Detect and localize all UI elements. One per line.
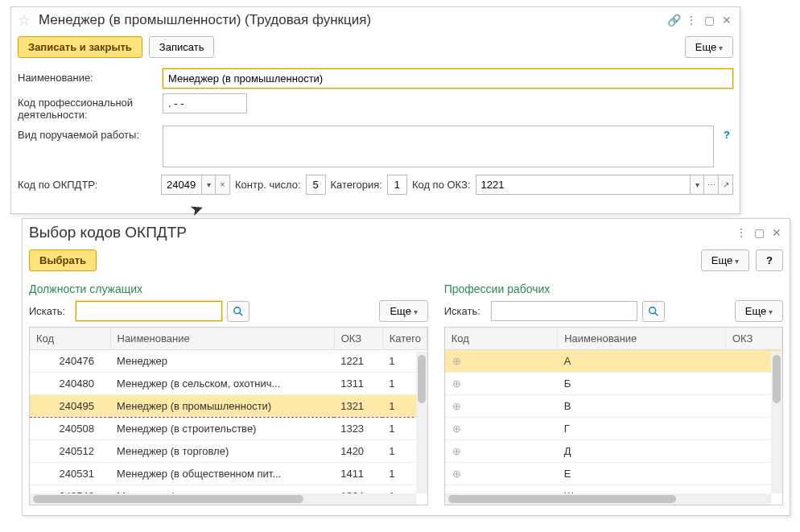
vertical-scrollbar[interactable] xyxy=(771,352,782,493)
search-icon[interactable] xyxy=(227,301,249,322)
table-row[interactable]: ⊕Г xyxy=(445,418,782,440)
table-row[interactable]: ⊕Е xyxy=(445,463,782,485)
table-row[interactable]: 240476Менеджер12211 xyxy=(30,350,427,373)
cell-code xyxy=(469,373,558,395)
check-num-label: Контр. число: xyxy=(235,179,301,191)
cell-code: 240512 xyxy=(30,440,110,463)
work-type-row: Вид поручаемой работы: ? xyxy=(11,123,740,170)
expand-icon[interactable]: ⊕ xyxy=(445,373,469,395)
col-code[interactable]: Код xyxy=(445,328,558,350)
col-okz[interactable]: ОКЗ xyxy=(726,328,782,350)
col-name[interactable]: Наименование xyxy=(558,328,726,350)
close-icon[interactable]: ✕ xyxy=(770,226,783,239)
okpdtr-row: Код по ОКПДТР: ▾ × Контр. число: Категор… xyxy=(11,170,740,200)
expand-icon[interactable]: ⊕ xyxy=(445,440,469,463)
labor-function-window: ☆ Менеджер (в промышленности) (Трудовая … xyxy=(10,6,740,214)
col-cat[interactable]: Катего xyxy=(382,328,427,350)
cell-name: Е xyxy=(558,463,726,485)
horizontal-scrollbar[interactable] xyxy=(445,493,771,505)
cell-name: Менеджер (в строительстве) xyxy=(110,418,334,440)
expand-icon[interactable]: ⊕ xyxy=(445,350,469,373)
cell-name: А xyxy=(558,350,726,373)
link-icon[interactable]: 🔗 xyxy=(667,14,680,27)
positions-search-row: Искать: Еще xyxy=(29,300,428,322)
cell-okz: 1221 xyxy=(334,350,382,373)
okz-open-icon[interactable]: ↗ xyxy=(719,175,733,195)
positions-more-button[interactable]: Еще xyxy=(379,300,427,322)
okz-input-group: ▾ ⋯ ↗ xyxy=(476,175,734,195)
expand-icon[interactable]: ⊕ xyxy=(445,418,469,440)
cell-name: Менеджер (в общественном пит... xyxy=(110,463,334,485)
name-label: Наименование: xyxy=(18,68,156,84)
table-row[interactable]: ⊕Б xyxy=(445,373,782,395)
positions-search-input[interactable] xyxy=(76,301,222,321)
positions-table: Код Наименование ОКЗ Катего 240476Менедж… xyxy=(30,328,427,505)
professions-table-wrap: Код Наименование ОКЗ ⊕А⊕Б⊕В⊕Г⊕Д⊕Е⊕Ж xyxy=(444,327,783,505)
search-icon[interactable] xyxy=(642,301,665,322)
cell-name: В xyxy=(558,395,726,418)
save-close-button[interactable]: Записать и закрыть xyxy=(18,36,142,58)
positions-title: Должности служащих xyxy=(29,282,428,295)
okpdtr-dropdown-icon[interactable]: ▾ xyxy=(201,175,216,195)
name-input[interactable] xyxy=(163,68,733,89)
okpdtr-clear-icon[interactable]: × xyxy=(216,175,230,195)
positions-table-wrap: Код Наименование ОКЗ Катего 240476Менедж… xyxy=(29,327,428,505)
table-row[interactable]: ⊕А xyxy=(445,350,782,373)
save-button[interactable]: Записать xyxy=(149,36,215,58)
toolbar: Выбрать Еще ? xyxy=(23,246,790,279)
col-name[interactable]: Наименование xyxy=(110,328,334,350)
vertical-scrollbar[interactable] xyxy=(416,352,427,493)
prof-code-row: Код профессиональной деятельности: xyxy=(11,91,740,123)
columns: Должности служащих Искать: Еще Код Наиме… xyxy=(23,279,790,505)
professions-title: Профессии рабочих xyxy=(444,282,783,295)
horizontal-scrollbar[interactable] xyxy=(30,493,416,505)
select-button[interactable]: Выбрать xyxy=(29,250,97,271)
category-input[interactable] xyxy=(387,175,407,195)
maximize-icon[interactable]: ▢ xyxy=(703,14,715,27)
col-code[interactable]: Код xyxy=(30,328,110,350)
help-icon[interactable]: ? xyxy=(720,126,733,144)
svg-line-3 xyxy=(654,312,658,315)
more-button[interactable]: Еще xyxy=(701,250,749,271)
okpdtr-picker-window: Выбор кодов ОКПДТР ⋮ ▢ ✕ Выбрать Еще ? Д… xyxy=(22,218,790,516)
prof-code-input[interactable] xyxy=(163,93,247,113)
svg-point-0 xyxy=(234,307,241,313)
okz-ellipsis-icon[interactable]: ⋯ xyxy=(704,175,719,195)
table-row[interactable]: 240512Менеджер (в торговле)14201 xyxy=(30,440,427,463)
table-row[interactable]: 240480Менеджер (в сельском, охотнич...13… xyxy=(30,373,427,395)
check-num-input[interactable] xyxy=(306,175,326,195)
table-row[interactable]: ⊕Д xyxy=(445,440,782,463)
titlebar: ☆ Менеджер (в промышленности) (Трудовая … xyxy=(11,7,740,33)
search-label: Искать: xyxy=(29,305,71,317)
table-row[interactable]: ⊕В xyxy=(445,395,782,418)
okpdtr-input[interactable] xyxy=(161,175,201,195)
help-button[interactable]: ? xyxy=(756,250,783,271)
more-button[interactable]: Еще xyxy=(685,36,733,58)
cell-name: Менеджер xyxy=(110,350,334,373)
table-row[interactable]: 240495Менеджер (в промышленности)13211 xyxy=(30,395,427,418)
cell-code xyxy=(469,440,558,463)
kebab-icon[interactable]: ⋮ xyxy=(685,14,698,27)
window-title: Выбор кодов ОКПДТР xyxy=(29,224,730,241)
cell-code xyxy=(469,463,558,485)
maximize-icon[interactable]: ▢ xyxy=(753,226,765,239)
table-header-row: Код Наименование ОКЗ xyxy=(445,328,782,350)
expand-icon[interactable]: ⊕ xyxy=(445,463,469,485)
cell-code xyxy=(469,418,558,440)
professions-search-input[interactable] xyxy=(491,301,637,321)
professions-more-button[interactable]: Еще xyxy=(735,300,783,322)
cell-name: Г xyxy=(558,418,726,440)
expand-icon[interactable]: ⊕ xyxy=(445,395,469,418)
favorite-icon[interactable]: ☆ xyxy=(18,14,31,27)
col-okz[interactable]: ОКЗ xyxy=(334,328,382,350)
close-icon[interactable]: ✕ xyxy=(720,14,733,27)
cell-code: 240508 xyxy=(30,418,110,440)
okz-input[interactable] xyxy=(476,175,691,195)
cell-name: Менеджер (в сельском, охотнич... xyxy=(110,373,334,395)
table-row[interactable]: 240508Менеджер (в строительстве)13231 xyxy=(30,418,427,440)
kebab-icon[interactable]: ⋮ xyxy=(735,226,748,239)
work-type-input[interactable] xyxy=(163,126,714,167)
table-row[interactable]: 240531Менеджер (в общественном пит...141… xyxy=(30,463,427,485)
okz-dropdown-icon[interactable]: ▾ xyxy=(690,175,704,195)
titlebar: Выбор кодов ОКПДТР ⋮ ▢ ✕ xyxy=(23,219,790,246)
